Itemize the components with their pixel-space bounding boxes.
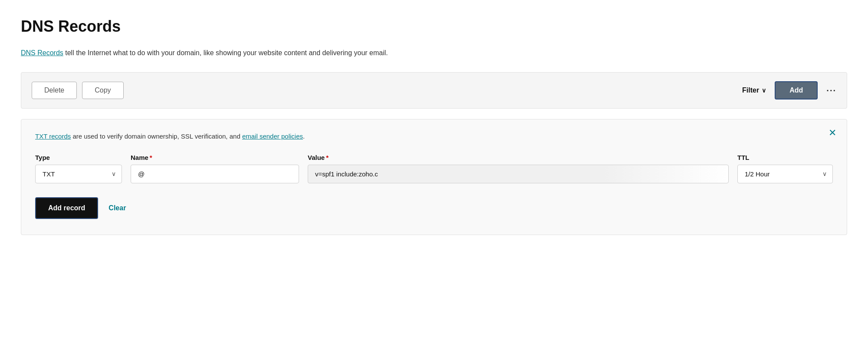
- page-title: DNS Records: [21, 17, 847, 36]
- type-select-wrapper: TXT A AAAA CNAME MX NS SOA SRV: [35, 165, 122, 183]
- name-label: Name*: [131, 154, 299, 161]
- dns-records-link[interactable]: DNS Records: [21, 49, 63, 56]
- email-sender-policies-link[interactable]: email sender policies: [242, 133, 303, 140]
- type-group: Type TXT A AAAA CNAME MX NS SOA SRV: [35, 154, 122, 183]
- value-group: Value*: [308, 154, 729, 183]
- filter-label: Filter: [742, 86, 759, 94]
- chevron-down-icon: ∨: [762, 87, 766, 94]
- filter-button[interactable]: Filter ∨: [742, 86, 766, 94]
- copy-button[interactable]: Copy: [82, 82, 123, 99]
- description-text: tell the Internet what to do with your d…: [63, 49, 388, 56]
- form-row: Type TXT A AAAA CNAME MX NS SOA SRV Name…: [35, 154, 833, 183]
- value-label: Value*: [308, 154, 729, 161]
- add-button[interactable]: Add: [775, 81, 818, 99]
- name-group: Name*: [131, 154, 299, 183]
- txt-records-link[interactable]: TXT records: [35, 133, 71, 140]
- type-select[interactable]: TXT A AAAA CNAME MX NS SOA SRV: [35, 165, 122, 183]
- ttl-label: TTL: [737, 154, 833, 161]
- name-input[interactable]: [131, 165, 299, 183]
- value-required: *: [326, 154, 329, 161]
- ttl-select[interactable]: 1/2 Hour 1 Hour 4 Hours 8 Hours 24 Hours…: [737, 165, 833, 183]
- toolbar-left: Delete Copy: [32, 82, 124, 99]
- ttl-group: TTL 1/2 Hour 1 Hour 4 Hours 8 Hours 24 H…: [737, 154, 833, 183]
- add-record-button[interactable]: Add record: [35, 197, 98, 219]
- toolbar: Delete Copy Filter ∨ Add ···: [21, 72, 847, 109]
- more-options-button[interactable]: ···: [826, 86, 836, 96]
- info-panel: ✕ TXT records are used to verify domain …: [21, 119, 847, 235]
- value-input[interactable]: [308, 165, 729, 183]
- name-required: *: [150, 154, 152, 161]
- toolbar-right: Filter ∨ Add ···: [742, 81, 836, 99]
- form-actions: Add record Clear: [35, 197, 833, 219]
- description-row: DNS Records tell the Internet what to do…: [21, 48, 847, 58]
- close-button[interactable]: ✕: [829, 128, 836, 138]
- info-message: TXT records are used to verify domain ow…: [35, 132, 833, 142]
- ttl-select-wrapper: 1/2 Hour 1 Hour 4 Hours 8 Hours 24 Hours…: [737, 165, 833, 183]
- type-label: Type: [35, 154, 122, 161]
- clear-button[interactable]: Clear: [108, 204, 126, 212]
- delete-button[interactable]: Delete: [32, 82, 77, 99]
